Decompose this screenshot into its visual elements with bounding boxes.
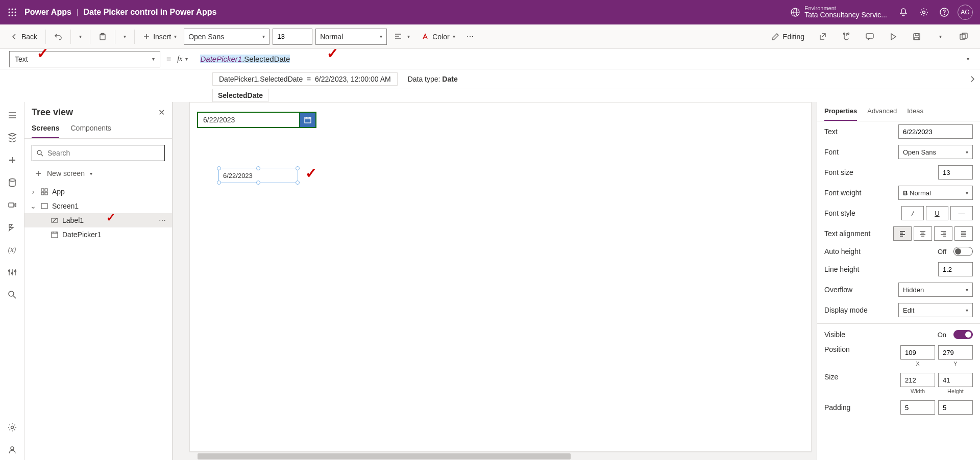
insert-rail-button[interactable]: [2, 150, 22, 170]
prop-text-label: Text: [824, 127, 894, 136]
color-button[interactable]: Color ▾: [417, 31, 459, 43]
label-control[interactable]: 6/22/2023: [218, 168, 298, 183]
settings-rail-button[interactable]: [2, 417, 22, 438]
publish-button[interactable]: [953, 27, 974, 47]
undo-button[interactable]: [50, 31, 66, 43]
font-weight-selector[interactable]: Normal▾: [315, 29, 387, 45]
result-next-button[interactable]: [969, 75, 976, 83]
prop-position-x-input[interactable]: [900, 345, 935, 360]
tree-item-screen1[interactable]: ⌄ Screen1: [24, 199, 172, 213]
prop-size-h-input[interactable]: [938, 373, 973, 387]
tab-advanced[interactable]: Advanced: [867, 102, 897, 121]
prop-overflow-select[interactable]: Hidden▾: [898, 283, 973, 297]
search-rail-button[interactable]: [2, 285, 22, 305]
screen-icon: [40, 201, 49, 211]
app-launcher-button[interactable]: [4, 4, 20, 20]
tab-screens[interactable]: Screens: [32, 121, 59, 138]
paste-button[interactable]: [94, 31, 111, 43]
tree-item-label1[interactable]: Label1 ✓ ⋯: [24, 213, 172, 227]
data-button[interactable]: [2, 172, 22, 193]
svg-point-1: [12, 9, 13, 10]
visible-toggle[interactable]: [953, 330, 973, 339]
prop-fontweight-select[interactable]: B Normal▾: [898, 186, 973, 200]
environment-name: Tata Consultancy Servic...: [804, 11, 887, 19]
notifications-button[interactable]: [893, 0, 914, 24]
editing-mode-button[interactable]: Editing: [766, 30, 810, 44]
more-button[interactable]: ⋯: [462, 31, 478, 43]
save-button[interactable]: [906, 27, 927, 47]
underline-button[interactable]: U: [926, 206, 948, 220]
tab-components[interactable]: Components: [70, 121, 111, 138]
tree-search[interactable]: [32, 145, 165, 161]
insert-button[interactable]: Insert ▾: [139, 31, 181, 43]
tab-ideas[interactable]: Ideas: [907, 102, 923, 121]
prop-position-y-input[interactable]: [938, 345, 973, 360]
help-button[interactable]: [934, 0, 954, 24]
preview-button[interactable]: [883, 27, 903, 47]
annotation-check-3: ✓: [106, 211, 115, 224]
prop-padding-b-input[interactable]: [938, 400, 973, 415]
datepicker-control[interactable]: 6/22/2023: [197, 112, 316, 128]
paste-menu[interactable]: ▾: [119, 32, 130, 41]
tools-button[interactable]: [2, 262, 22, 283]
back-button[interactable]: Back: [6, 31, 41, 43]
prop-fontstyle-label: Font style: [824, 209, 897, 217]
new-screen-button[interactable]: New screen ▾: [32, 167, 165, 180]
prop-autoheight-value: Off: [938, 248, 946, 255]
tab-properties[interactable]: Properties: [824, 102, 857, 121]
app-checker-button[interactable]: [836, 27, 856, 47]
tree-search-input[interactable]: [47, 149, 160, 157]
prop-size-w-input[interactable]: [900, 373, 935, 387]
formula-input[interactable]: DatePicker1.SelectedDate: [197, 54, 980, 65]
variables-button[interactable]: (x): [2, 240, 22, 260]
tree-item-app[interactable]: › App: [24, 185, 172, 199]
fx-button[interactable]: fx ▾: [177, 55, 188, 63]
font-selector[interactable]: Open Sans▾: [184, 29, 270, 45]
tree-item-more-button[interactable]: ⋯: [159, 216, 166, 224]
strikethrough-button[interactable]: —: [950, 206, 973, 220]
align-center-button[interactable]: [914, 226, 932, 241]
property-selector[interactable]: Text ▾: [9, 51, 160, 67]
prop-fontsize-input[interactable]: [938, 165, 973, 180]
prop-text-input[interactable]: [898, 124, 973, 139]
undo-menu[interactable]: ▾: [75, 32, 86, 41]
power-automate-button[interactable]: [2, 217, 22, 238]
horizontal-scrollbar[interactable]: [189, 452, 812, 460]
font-size-input[interactable]: [273, 29, 312, 45]
prop-lineheight-input[interactable]: [938, 262, 973, 276]
align-justify-button[interactable]: [954, 226, 973, 241]
media-button[interactable]: [2, 195, 22, 215]
svg-rect-34: [41, 189, 44, 191]
prop-font-select[interactable]: Open Sans▾: [898, 145, 973, 159]
calendar-icon[interactable]: [299, 113, 315, 127]
align-left-button[interactable]: [893, 226, 912, 241]
prop-displaymode-select[interactable]: Edit▾: [898, 303, 973, 317]
virtual-agent-button[interactable]: [2, 440, 22, 460]
save-menu[interactable]: ▾: [930, 27, 950, 47]
comments-button[interactable]: [860, 27, 880, 47]
font-weight-value: Normal: [320, 33, 343, 41]
align-right-button[interactable]: [934, 226, 952, 241]
tree-view-close-button[interactable]: ✕: [158, 108, 165, 117]
app-name[interactable]: Power Apps: [24, 8, 71, 17]
share-button[interactable]: [813, 27, 833, 47]
prop-padding-t-input[interactable]: [900, 400, 935, 415]
svg-point-32: [11, 447, 14, 450]
settings-button[interactable]: [914, 0, 934, 24]
canvas-surface[interactable]: 6/22/2023 6/22/2023 ✓: [189, 102, 812, 452]
properties-pane: Properties Advanced Ideas Text Font Open…: [817, 102, 980, 460]
tree-item-datepicker1[interactable]: DatePicker1: [24, 227, 172, 242]
tree-view-button[interactable]: [2, 127, 22, 148]
italic-button[interactable]: /: [901, 206, 924, 220]
autoheight-toggle[interactable]: [953, 247, 973, 256]
environment-selector[interactable]: Environment Tata Consultancy Servic...: [790, 5, 887, 19]
arrow-left-icon: [10, 33, 18, 41]
plus-icon: [35, 170, 42, 177]
hamburger-button[interactable]: [2, 105, 22, 125]
globe-icon: [790, 7, 800, 17]
align-button[interactable]: ▾: [390, 31, 414, 43]
formula-expand-button[interactable]: ▾: [958, 49, 978, 69]
svg-point-8: [15, 15, 16, 16]
user-avatar[interactable]: AG: [958, 5, 973, 20]
prop-padding-label: Padding: [824, 403, 896, 412]
